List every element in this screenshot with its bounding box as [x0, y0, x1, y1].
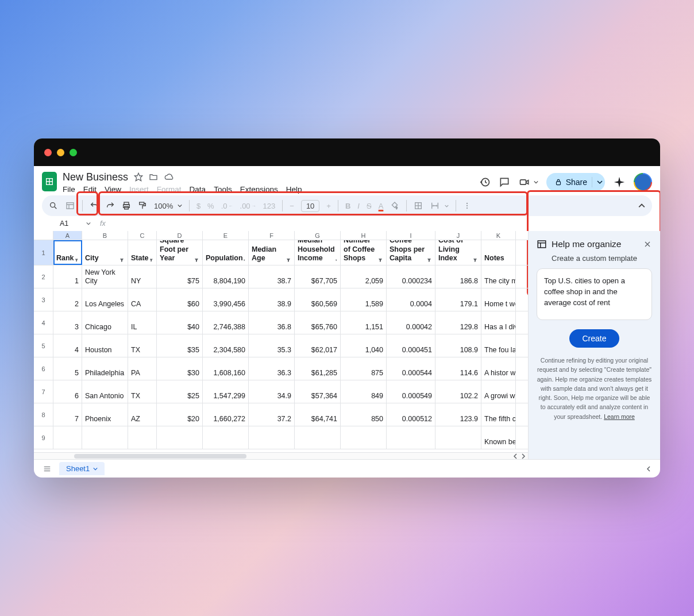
menu-tools[interactable]: Tools: [214, 185, 232, 194]
cell[interactable]: 0.000549: [387, 380, 435, 403]
cell[interactable]: 38.7: [249, 265, 295, 288]
cell[interactable]: 849: [341, 380, 387, 403]
collapse-toolbar-icon[interactable]: [638, 202, 645, 209]
menu-data[interactable]: Data: [190, 185, 206, 194]
italic-icon[interactable]: I: [357, 202, 360, 210]
cell[interactable]: 1,547,299: [203, 380, 249, 403]
cell[interactable]: 37.2: [249, 403, 295, 426]
cell[interactable]: $25: [157, 380, 203, 403]
cell[interactable]: $57,364: [295, 380, 341, 403]
row-header-1[interactable]: 1: [34, 240, 53, 265]
col-header-F[interactable]: F: [249, 231, 295, 240]
cell[interactable]: 34.9: [249, 380, 295, 403]
cloud-status-icon[interactable]: [164, 172, 174, 182]
cell[interactable]: Known beautifu weather: [481, 426, 516, 449]
create-button[interactable]: Create: [569, 329, 619, 348]
strikethrough-icon[interactable]: S: [367, 202, 372, 210]
header-cell[interactable]: City: [82, 240, 128, 265]
zoom-select[interactable]: 100%: [154, 202, 182, 210]
col-header-A[interactable]: A: [53, 231, 82, 240]
header-cell[interactable]: Median Age: [249, 240, 295, 265]
col-header-I[interactable]: I: [387, 231, 435, 240]
print-icon[interactable]: [122, 201, 131, 210]
cell[interactable]: 7: [53, 403, 82, 426]
cell[interactable]: Phoenix: [82, 403, 128, 426]
cell[interactable]: 2,746,388: [203, 311, 249, 334]
move-icon[interactable]: [149, 172, 158, 182]
cell[interactable]: 1: [53, 265, 82, 288]
cell[interactable]: 4: [53, 334, 82, 357]
search-icon[interactable]: [49, 201, 58, 210]
cell[interactable]: Philadelphia: [82, 357, 128, 380]
menu-insert[interactable]: Insert: [129, 185, 149, 194]
menu-help[interactable]: Help: [286, 185, 302, 194]
cell[interactable]: $62,017: [295, 334, 341, 357]
cell[interactable]: The fou largest the U.S: [481, 334, 516, 357]
cell[interactable]: Houston: [82, 334, 128, 357]
cell[interactable]: The fifth city in th: [481, 403, 516, 426]
cell[interactable]: IL: [128, 311, 157, 334]
sheet-tab-sheet1[interactable]: Sheet1: [59, 462, 105, 475]
cell[interactable]: 1,040: [341, 334, 387, 357]
window-close-dot[interactable]: [44, 149, 52, 156]
cell[interactable]: 0.00042: [387, 311, 435, 334]
horizontal-scrollbar[interactable]: [34, 452, 528, 459]
currency-icon[interactable]: $: [196, 202, 201, 210]
cell[interactable]: The city most co shops i U.S.: [481, 265, 516, 288]
cell[interactable]: 6: [53, 380, 82, 403]
template-icon[interactable]: [65, 201, 75, 210]
cell[interactable]: [295, 426, 341, 449]
cell[interactable]: 2,304,580: [203, 334, 249, 357]
cell[interactable]: $65,760: [295, 311, 341, 334]
scrollbar-thumb[interactable]: [74, 454, 246, 459]
cell[interactable]: NY: [128, 265, 157, 288]
cell[interactable]: [82, 426, 128, 449]
history-icon[interactable]: [479, 176, 491, 188]
formula-bar[interactable]: fx: [100, 220, 652, 228]
cell[interactable]: [157, 426, 203, 449]
row-header-5[interactable]: 5: [34, 334, 53, 357]
cell[interactable]: $30: [157, 357, 203, 380]
cell[interactable]: A histor with a s coffee c: [481, 357, 516, 380]
cell[interactable]: AZ: [128, 403, 157, 426]
cell[interactable]: 8,804,190: [203, 265, 249, 288]
menu-format[interactable]: Format: [157, 185, 182, 194]
decrease-decimal-icon[interactable]: .0←: [221, 202, 233, 210]
cell[interactable]: San Antonio: [82, 380, 128, 403]
cell[interactable]: CA: [128, 288, 157, 311]
cell[interactable]: $35: [157, 334, 203, 357]
close-icon[interactable]: [643, 240, 652, 249]
header-cell[interactable]: Notes: [481, 240, 516, 265]
col-header-E[interactable]: E: [203, 231, 249, 240]
row-header-4[interactable]: 4: [34, 311, 53, 334]
cell[interactable]: [249, 426, 295, 449]
cell[interactable]: 1,589: [341, 288, 387, 311]
cell[interactable]: $67,705: [295, 265, 341, 288]
cell[interactable]: 102.2: [435, 380, 481, 403]
all-sheets-icon[interactable]: [42, 465, 52, 473]
cell[interactable]: 0.000451: [387, 334, 435, 357]
cell[interactable]: 36.3: [249, 357, 295, 380]
cell[interactable]: $60,569: [295, 288, 341, 311]
row-header-3[interactable]: 3: [34, 288, 53, 311]
cell[interactable]: $20: [157, 403, 203, 426]
cell[interactable]: 179.1: [435, 288, 481, 311]
cell[interactable]: 850: [341, 403, 387, 426]
cell[interactable]: 36.8: [249, 311, 295, 334]
cell[interactable]: 0.000234: [387, 265, 435, 288]
font-size-input[interactable]: 10: [301, 200, 319, 212]
percent-icon[interactable]: %: [207, 202, 214, 210]
header-cell[interactable]: Median Household Income: [295, 240, 341, 265]
window-minimize-dot[interactable]: [57, 149, 64, 156]
cell[interactable]: A growi with a d populat: [481, 380, 516, 403]
row-header-6[interactable]: 6: [34, 357, 53, 380]
cell[interactable]: [435, 426, 481, 449]
row-header-8[interactable]: 8: [34, 403, 53, 426]
cell[interactable]: 0.000544: [387, 357, 435, 380]
cell[interactable]: 129.8: [435, 311, 481, 334]
row-header-7[interactable]: 7: [34, 380, 53, 403]
cell[interactable]: 1,608,160: [203, 357, 249, 380]
meet-icon[interactable]: [518, 176, 538, 188]
cell[interactable]: 1,660,272: [203, 403, 249, 426]
col-header-J[interactable]: J: [435, 231, 481, 240]
